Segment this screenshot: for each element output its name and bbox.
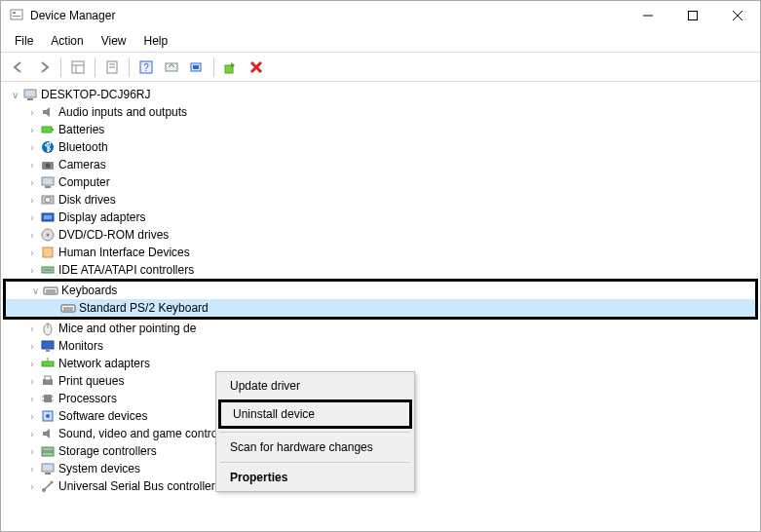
app-icon <box>9 8 24 23</box>
tree-category[interactable]: ›Network adapters <box>3 355 758 372</box>
help-button[interactable]: ? <box>134 56 158 79</box>
ctx-uninstall-device[interactable]: Uninstall device <box>221 402 409 426</box>
minimize-button[interactable] <box>626 1 670 30</box>
category-icon <box>40 192 56 208</box>
menu-help[interactable]: Help <box>136 32 176 50</box>
collapse-icon[interactable]: ∨ <box>27 283 43 298</box>
category-icon <box>40 104 56 120</box>
tree-category-keyboards[interactable]: ∨ Keyboards <box>6 282 755 299</box>
tree-category[interactable]: ›Bluetooth <box>3 138 758 156</box>
category-label: Cameras <box>58 158 106 171</box>
expand-icon[interactable]: › <box>24 408 40 424</box>
category-label: Batteries <box>58 123 104 136</box>
svg-rect-17 <box>193 65 199 69</box>
menu-view[interactable]: View <box>94 32 134 50</box>
window-title: Device Manager <box>30 9 626 22</box>
category-icon <box>40 157 56 172</box>
category-label: Mice and other pointing de <box>58 322 196 335</box>
tree-category[interactable]: ›Display adapters <box>3 209 758 226</box>
category-icon <box>40 461 56 476</box>
menubar: File Action View Help <box>1 30 760 53</box>
category-icon <box>40 391 56 406</box>
menu-action[interactable]: Action <box>43 32 91 50</box>
expand-icon[interactable]: › <box>24 373 40 389</box>
category-icon <box>40 321 56 336</box>
expand-icon[interactable]: › <box>24 104 40 120</box>
svg-point-31 <box>45 197 51 203</box>
expand-icon[interactable]: › <box>24 391 40 406</box>
expand-icon[interactable]: › <box>24 443 40 459</box>
category-label: Display adapters <box>58 210 145 224</box>
toolbar-separator <box>129 57 130 77</box>
category-icon <box>40 227 56 243</box>
tree-category[interactable]: ›Computer <box>3 173 758 191</box>
back-button[interactable] <box>7 56 30 79</box>
category-label: Universal Serial Bus controllers <box>58 479 221 493</box>
category-icon <box>40 174 56 190</box>
tree-category[interactable]: ›IDE ATA/ATAPI controllers <box>3 261 758 279</box>
svg-rect-52 <box>45 376 51 380</box>
expand-icon[interactable]: › <box>24 245 40 260</box>
tree-category[interactable]: ›Audio inputs and outputs <box>3 103 758 121</box>
category-icon <box>40 373 56 389</box>
device-tree[interactable]: ∨ DESKTOP-DCJ96RJ ›Audio inputs and outp… <box>1 82 760 529</box>
tree-category[interactable]: ›Human Interface Devices <box>3 244 758 261</box>
category-icon <box>40 209 56 225</box>
expand-icon[interactable]: › <box>24 338 40 354</box>
tree-category[interactable]: ›Disk drives <box>3 191 758 209</box>
properties-button[interactable] <box>100 56 124 79</box>
svg-rect-0 <box>11 10 22 19</box>
category-label: Monitors <box>58 339 103 353</box>
svg-rect-29 <box>45 186 51 188</box>
uninstall-device-button[interactable] <box>245 56 268 79</box>
tree-category[interactable]: ›Monitors <box>3 337 758 355</box>
no-expander <box>45 300 60 316</box>
category-label: Storage controllers <box>58 444 157 458</box>
svg-rect-62 <box>42 464 54 472</box>
close-button[interactable] <box>715 1 760 30</box>
tree-category[interactable]: ›Batteries <box>3 121 758 138</box>
tree-device-keyboard[interactable]: Standard PS/2 Keyboard <box>6 299 755 317</box>
ctx-properties[interactable]: Properties <box>218 466 412 489</box>
expand-icon[interactable]: › <box>24 461 40 476</box>
ctx-scan-hardware[interactable]: Scan for hardware changes <box>218 436 412 459</box>
svg-point-35 <box>47 234 50 237</box>
expand-icon[interactable]: › <box>24 122 40 137</box>
category-label: Processors <box>58 392 117 405</box>
menu-file[interactable]: File <box>7 32 41 50</box>
tree-category[interactable]: ›DVD/CD-ROM drives <box>3 226 758 244</box>
expand-icon[interactable]: › <box>24 139 40 155</box>
category-label: Computer <box>58 175 110 189</box>
maximize-button[interactable] <box>670 1 715 30</box>
show-hide-tree-button[interactable] <box>66 56 90 79</box>
expand-icon[interactable]: › <box>24 426 40 441</box>
titlebar: Device Manager <box>1 1 760 30</box>
category-label: Keyboards <box>61 284 117 297</box>
category-label: Bluetooth <box>58 140 108 154</box>
category-label: Sound, video and game controllers <box>58 427 239 440</box>
expand-icon[interactable]: › <box>24 262 40 278</box>
expand-icon[interactable]: › <box>24 356 40 371</box>
scan-hardware-button[interactable] <box>185 56 209 79</box>
svg-rect-61 <box>42 452 54 456</box>
expand-icon[interactable]: › <box>24 478 40 494</box>
svg-rect-48 <box>46 350 50 352</box>
expand-icon[interactable]: › <box>24 209 40 225</box>
category-icon <box>40 122 56 137</box>
expand-icon[interactable]: › <box>24 227 40 243</box>
update-driver-button[interactable] <box>160 56 183 79</box>
expand-icon[interactable]: › <box>24 174 40 190</box>
expand-icon[interactable]: › <box>24 157 40 172</box>
tree-root[interactable]: ∨ DESKTOP-DCJ96RJ <box>3 86 758 103</box>
enable-device-button[interactable] <box>219 56 243 79</box>
forward-button[interactable] <box>32 56 56 79</box>
collapse-icon[interactable]: ∨ <box>7 87 22 102</box>
category-label: Software devices <box>58 409 147 423</box>
svg-rect-47 <box>42 341 54 349</box>
tree-category[interactable]: ›Cameras <box>3 156 758 173</box>
keyboard-icon <box>60 300 76 316</box>
tree-category[interactable]: ›Mice and other pointing de <box>3 320 758 337</box>
ctx-update-driver[interactable]: Update driver <box>218 374 412 398</box>
expand-icon[interactable]: › <box>24 321 40 336</box>
expand-icon[interactable]: › <box>24 192 40 208</box>
